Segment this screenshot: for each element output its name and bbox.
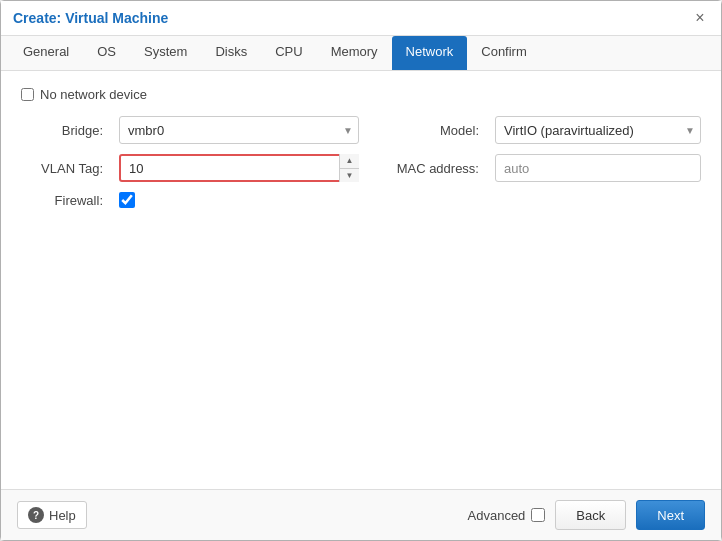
vlan-decrement-button[interactable]: ▼ (340, 169, 359, 183)
firewall-row (119, 192, 359, 208)
tab-os[interactable]: OS (83, 36, 130, 70)
back-button[interactable]: Back (555, 500, 626, 530)
tab-memory[interactable]: Memory (317, 36, 392, 70)
vlan-input[interactable] (119, 154, 359, 182)
title-bar: Create: Virtual Machine × (1, 1, 721, 36)
tab-network[interactable]: Network (392, 36, 468, 70)
vlan-increment-button[interactable]: ▲ (340, 154, 359, 169)
no-network-label[interactable]: No network device (40, 87, 147, 102)
tab-confirm[interactable]: Confirm (467, 36, 541, 70)
firewall-checkbox[interactable] (119, 192, 135, 208)
bridge-label: Bridge: (21, 123, 111, 138)
content-area: No network device Bridge: vmbr0 vmbr1 vm… (1, 71, 721, 489)
mac-input-wrap (495, 154, 701, 182)
advanced-row: Advanced (468, 508, 546, 523)
tab-disks[interactable]: Disks (201, 36, 261, 70)
footer-right: Advanced Back Next (468, 500, 705, 530)
vlan-input-wrap: ▲ ▼ (119, 154, 359, 182)
no-network-row: No network device (21, 87, 701, 102)
mac-label: MAC address: (367, 161, 487, 176)
footer: ? Help Advanced Back Next (1, 489, 721, 540)
advanced-label: Advanced (468, 508, 526, 523)
tab-cpu[interactable]: CPU (261, 36, 316, 70)
model-label: Model: (367, 123, 487, 138)
close-button[interactable]: × (691, 9, 709, 27)
model-select-wrap: VirtIO (paravirtualized) Intel E1000 Rea… (495, 116, 701, 144)
vlan-label: VLAN Tag: (21, 161, 111, 176)
mac-input[interactable] (495, 154, 701, 182)
firewall-label: Firewall: (21, 193, 111, 208)
footer-left: ? Help (17, 501, 87, 529)
window-title: Create: Virtual Machine (13, 10, 168, 26)
tab-bar: General OS System Disks CPU Memory Netwo… (1, 36, 721, 71)
advanced-checkbox[interactable] (531, 508, 545, 522)
no-network-checkbox[interactable] (21, 88, 34, 101)
model-select[interactable]: VirtIO (paravirtualized) Intel E1000 Rea… (495, 116, 701, 144)
form-grid: Bridge: vmbr0 vmbr1 vmbr2 ▼ Model: VirtI… (21, 116, 701, 208)
tab-system[interactable]: System (130, 36, 201, 70)
tab-general[interactable]: General (9, 36, 83, 70)
help-button[interactable]: ? Help (17, 501, 87, 529)
help-icon: ? (28, 507, 44, 523)
bridge-select-wrap: vmbr0 vmbr1 vmbr2 ▼ (119, 116, 359, 144)
create-vm-window: Create: Virtual Machine × General OS Sys… (0, 0, 722, 541)
help-label: Help (49, 508, 76, 523)
next-button[interactable]: Next (636, 500, 705, 530)
bridge-select[interactable]: vmbr0 vmbr1 vmbr2 (119, 116, 359, 144)
vlan-spinner: ▲ ▼ (339, 154, 359, 182)
